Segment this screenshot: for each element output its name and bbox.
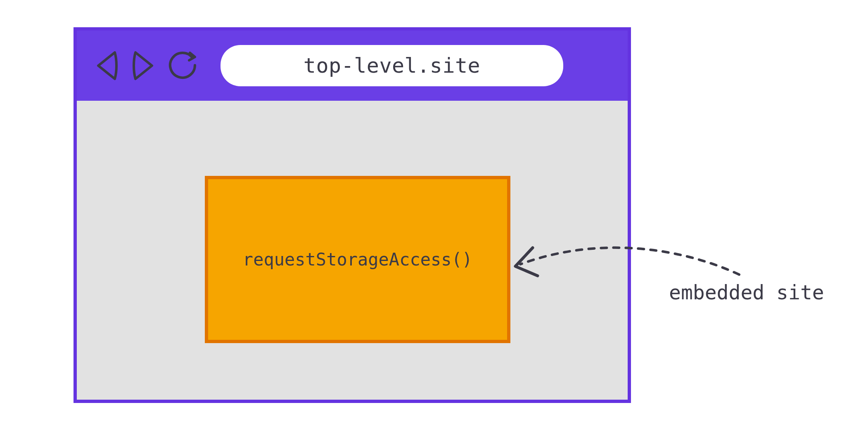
diagram-canvas: top-level.site requestStorageAccess() em…	[0, 0, 868, 436]
browser-window: top-level.site requestStorageAccess()	[74, 27, 631, 403]
back-icon	[94, 50, 120, 81]
embedded-site-frame: requestStorageAccess()	[205, 176, 510, 343]
embedded-site-code: requestStorageAccess()	[243, 249, 472, 270]
address-bar: top-level.site	[221, 45, 563, 86]
reload-icon	[167, 50, 199, 82]
annotation-label: embedded site	[669, 281, 824, 304]
forward-icon	[130, 50, 156, 81]
address-bar-url: top-level.site	[304, 54, 480, 78]
browser-viewport: requestStorageAccess()	[77, 101, 628, 400]
browser-toolbar: top-level.site	[77, 31, 628, 101]
